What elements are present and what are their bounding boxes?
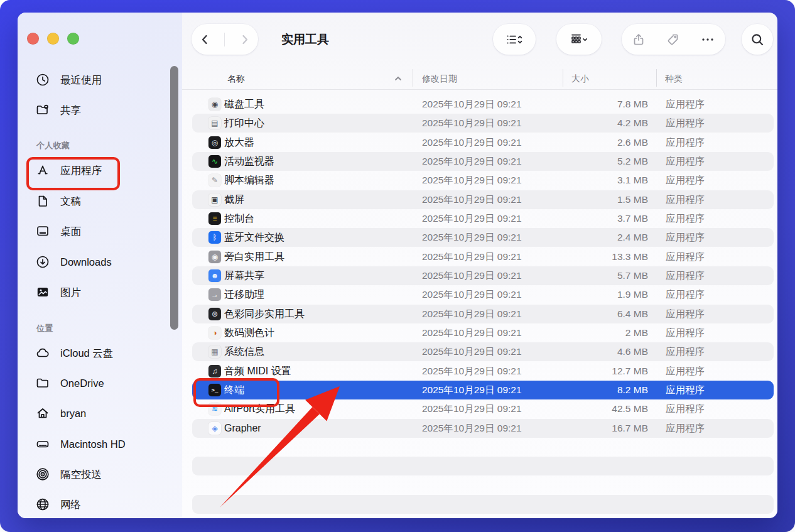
table-row[interactable]: ◎放大器2025年10月29日 09:212.6 MB应用程序 bbox=[192, 133, 774, 152]
cell-name: 数码测色计 bbox=[224, 323, 274, 342]
app-icon: ✎ bbox=[208, 174, 221, 187]
cell-name: 磁盘工具 bbox=[224, 95, 264, 114]
cell-date: 2025年10月29日 09:21 bbox=[422, 266, 522, 285]
cell-date: 2025年10月29日 09:21 bbox=[422, 399, 522, 418]
app-icon-glyph: ≋ bbox=[212, 403, 218, 415]
cell-date: 2025年10月29日 09:21 bbox=[422, 133, 522, 152]
cell-kind: 应用程序 bbox=[666, 342, 705, 361]
cell-name: 蓝牙文件交换 bbox=[224, 228, 284, 247]
cell-kind: 应用程序 bbox=[666, 419, 705, 438]
table-row[interactable]: ◉磁盘工具2025年10月29日 09:217.8 MB应用程序 bbox=[192, 95, 774, 114]
cell-size: 2.4 MB bbox=[617, 228, 648, 247]
cell-kind: 应用程序 bbox=[666, 381, 705, 399]
table-row[interactable]: ∿活动监视器2025年10月29日 09:215.2 MB应用程序 bbox=[192, 152, 774, 171]
cell-date: 2025年10月29日 09:21 bbox=[422, 323, 522, 342]
table-row[interactable]: ✎脚本编辑器2025年10月29日 09:213.1 MB应用程序 bbox=[192, 171, 774, 190]
app-icon-glyph: ▣ bbox=[211, 193, 218, 206]
app-icon: ≡ bbox=[208, 212, 221, 225]
app-icon-glyph: ᛒ bbox=[212, 231, 217, 244]
cell-date: 2025年10月29日 09:21 bbox=[422, 419, 522, 438]
cell-date: 2025年10月29日 09:21 bbox=[422, 171, 522, 190]
cell-size: 16.7 MB bbox=[612, 419, 648, 438]
table-row-empty[interactable] bbox=[192, 476, 774, 495]
cell-kind: 应用程序 bbox=[666, 95, 705, 114]
table-row[interactable]: ◑数码测色计2025年10月29日 09:212 MB应用程序 bbox=[192, 323, 774, 342]
app-icon: ⊛ bbox=[208, 308, 221, 320]
cell-name: 旁白实用工具 bbox=[224, 247, 284, 266]
cell-size: 2 MB bbox=[625, 323, 648, 342]
cell-kind: 应用程序 bbox=[666, 133, 705, 152]
app-icon: → bbox=[208, 288, 221, 301]
cell-name: 活动监视器 bbox=[224, 152, 274, 171]
app-icon: ♫ bbox=[208, 365, 221, 377]
cell-kind: 应用程序 bbox=[666, 114, 705, 133]
cell-name: 迁移助理 bbox=[224, 285, 264, 304]
table-row[interactable]: ▣截屏2025年10月29日 09:211.5 MB应用程序 bbox=[192, 190, 774, 209]
table-row-empty[interactable] bbox=[192, 495, 774, 514]
app-icon-glyph: ⊛ bbox=[212, 308, 218, 320]
cell-date: 2025年10月29日 09:21 bbox=[422, 342, 522, 361]
table-row[interactable]: >_终端2025年10月29日 09:218.2 MB应用程序 bbox=[192, 381, 774, 399]
cell-size: 42.5 MB bbox=[612, 399, 648, 418]
cell-name: Grapher bbox=[224, 419, 261, 438]
cell-kind: 应用程序 bbox=[666, 323, 705, 342]
finder-window: 最近使用共享个人收藏应用程序文稿桌面Downloads图片位置iCloud 云盘… bbox=[18, 13, 777, 518]
app-icon: ◉ bbox=[208, 251, 221, 263]
cell-date: 2025年10月29日 09:21 bbox=[422, 228, 522, 247]
app-icon-glyph: ◑ bbox=[212, 327, 217, 339]
cell-date: 2025年10月29日 09:21 bbox=[422, 362, 522, 381]
app-icon-glyph: ◉ bbox=[212, 98, 218, 111]
app-icon-glyph: ✎ bbox=[212, 174, 218, 187]
cell-size: 5.7 MB bbox=[617, 266, 648, 285]
app-icon: ◎ bbox=[208, 136, 221, 149]
cell-size: 2.6 MB bbox=[617, 133, 648, 152]
cell-name: 打印中心 bbox=[224, 114, 264, 133]
table-row[interactable]: ▤打印中心2025年10月29日 09:214.2 MB应用程序 bbox=[192, 114, 774, 133]
cell-date: 2025年10月29日 09:21 bbox=[422, 305, 522, 323]
table-row[interactable]: →迁移助理2025年10月29日 09:211.9 MB应用程序 bbox=[192, 285, 774, 304]
cell-kind: 应用程序 bbox=[666, 285, 705, 304]
table-row[interactable]: ≋AirPort实用工具2025年10月29日 09:2142.5 MB应用程序 bbox=[192, 399, 774, 418]
cell-date: 2025年10月29日 09:21 bbox=[422, 247, 522, 266]
table-row[interactable]: ▦系统信息2025年10月29日 09:214.6 MB应用程序 bbox=[192, 342, 774, 361]
cell-size: 3.7 MB bbox=[617, 209, 648, 228]
cell-kind: 应用程序 bbox=[666, 152, 705, 171]
cell-kind: 应用程序 bbox=[666, 209, 705, 228]
app-icon: ◉ bbox=[208, 98, 221, 111]
table-row[interactable]: ☻屏幕共享2025年10月29日 09:215.7 MB应用程序 bbox=[192, 266, 774, 285]
cell-date: 2025年10月29日 09:21 bbox=[422, 285, 522, 304]
cell-size: 1.9 MB bbox=[617, 285, 648, 304]
app-icon-glyph: ▦ bbox=[211, 345, 218, 358]
cell-name: AirPort实用工具 bbox=[224, 399, 295, 418]
table-row[interactable]: ◉旁白实用工具2025年10月29日 09:2113.3 MB应用程序 bbox=[192, 247, 774, 266]
table-row[interactable]: ⊛色彩同步实用工具2025年10月29日 09:216.4 MB应用程序 bbox=[192, 305, 774, 323]
table-row[interactable]: ◈Grapher2025年10月29日 09:2116.7 MB应用程序 bbox=[192, 419, 774, 438]
cell-date: 2025年10月29日 09:21 bbox=[422, 381, 522, 399]
cell-name: 色彩同步实用工具 bbox=[224, 305, 305, 323]
app-icon: ≋ bbox=[208, 403, 221, 415]
table-row-empty[interactable] bbox=[192, 457, 774, 475]
cell-size: 4.2 MB bbox=[617, 114, 648, 133]
app-icon-glyph: ◈ bbox=[212, 422, 217, 435]
cell-size: 7.8 MB bbox=[617, 95, 648, 114]
app-icon: ▣ bbox=[208, 193, 221, 206]
table-row[interactable]: ♫音频 MIDI 设置2025年10月29日 09:2112.7 MB应用程序 bbox=[192, 362, 774, 381]
app-icon: ∿ bbox=[208, 155, 221, 168]
app-icon-glyph: >_ bbox=[212, 384, 219, 396]
cell-name: 系统信息 bbox=[224, 342, 264, 361]
app-icon-glyph: ≡ bbox=[212, 212, 217, 225]
app-icon-glyph: ◎ bbox=[212, 136, 218, 149]
app-icon: ᛒ bbox=[208, 231, 221, 244]
cell-kind: 应用程序 bbox=[666, 362, 705, 381]
app-icon: ◈ bbox=[208, 422, 221, 435]
cell-kind: 应用程序 bbox=[666, 190, 705, 209]
app-icon: ◑ bbox=[208, 327, 221, 339]
cell-date: 2025年10月29日 09:21 bbox=[422, 209, 522, 228]
table-row[interactable]: ᛒ蓝牙文件交换2025年10月29日 09:212.4 MB应用程序 bbox=[192, 228, 774, 247]
table-row-empty[interactable] bbox=[192, 438, 774, 457]
app-icon-glyph: ∿ bbox=[212, 155, 218, 168]
table-row[interactable]: ≡控制台2025年10月29日 09:213.7 MB应用程序 bbox=[192, 209, 774, 228]
app-icon-glyph: → bbox=[211, 288, 219, 301]
cell-size: 13.3 MB bbox=[612, 247, 648, 266]
app-icon-glyph: ▤ bbox=[211, 117, 218, 129]
